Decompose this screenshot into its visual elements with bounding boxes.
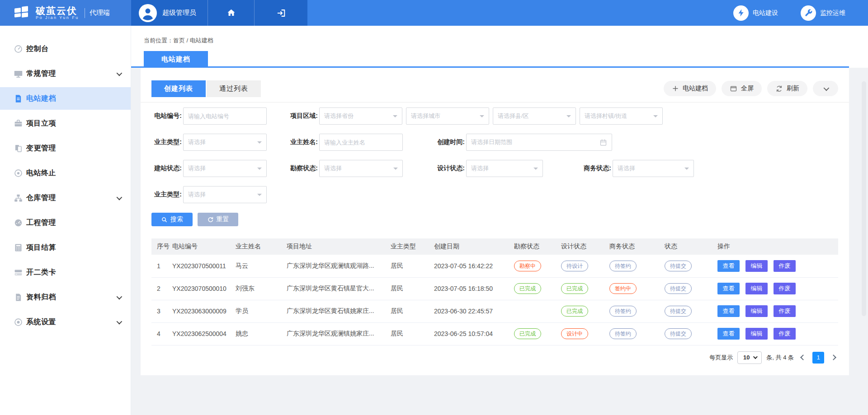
logo-icon <box>13 4 31 22</box>
avatar <box>139 4 157 22</box>
cell-created: 2023-06-25 10:57:04 <box>434 322 514 345</box>
sidebar-item-station-termination[interactable]: 电站终止 <box>0 162 131 184</box>
cell-no: 1 <box>151 255 172 277</box>
sidebar-item-label: 工程管理 <box>26 218 56 228</box>
void-button[interactable]: 作废 <box>774 260 796 272</box>
cell-owner-name: 马云 <box>236 255 287 277</box>
sidebar-item-warehouse-mgmt[interactable]: 仓库管理 <box>0 187 131 209</box>
reset-button[interactable]: 重置 <box>198 213 238 226</box>
cell-owner-name: 学员 <box>236 300 287 322</box>
void-button[interactable]: 作废 <box>774 305 796 317</box>
sidebar-item-document-archive[interactable]: 资料归档 <box>0 286 131 308</box>
sidebar-item-change-mgmt[interactable]: 变更管理 <box>0 137 131 159</box>
view-button[interactable]: 查看 <box>717 328 740 340</box>
status-badge: 待提交 <box>665 261 692 271</box>
sidebar-item-console[interactable]: 控制台 <box>0 37 131 60</box>
sidebar-item-label: 电站终止 <box>26 168 56 178</box>
scrollbar-thumb[interactable] <box>862 81 866 316</box>
table-row: 4 YX2023062500004 姚忠 广东深圳龙华区观澜镇姚家庄... 居民… <box>151 322 838 345</box>
edit-button[interactable]: 编辑 <box>745 283 768 294</box>
caret-down-icon <box>480 115 484 120</box>
top-strip: 当前位置：首页 / 电站建档 电站建档 <box>131 26 868 68</box>
void-button[interactable]: 作废 <box>774 328 796 340</box>
caret-down-icon <box>257 141 262 146</box>
select-placeholder: 请选择省份 <box>324 112 354 120</box>
owner-type-select[interactable]: 请选择 <box>183 134 267 151</box>
toolbar-actions: 电站建档 全屏 <box>664 81 838 97</box>
file-icon <box>14 94 23 103</box>
select-placeholder: 请选择 <box>471 164 489 173</box>
filter-row: 建站状态: 请选择 勘察状态: 请选择 设计状态: 请选择 商务状态: 请选择 <box>151 160 838 177</box>
sidebar-item-project-settlement[interactable]: 项目结算 <box>0 236 131 259</box>
logo-section: 破茧云伏 Po Jian Yun Fu 代理端 <box>0 0 131 26</box>
sidebar-item-type2-card[interactable]: 开二类卡 <box>0 261 131 284</box>
table-row: 2 YX2023070500010 刘强东 广东深圳龙华区黄石镇星官大... 居… <box>151 277 838 300</box>
column-header: 操作 <box>717 238 838 255</box>
tab-passed-list[interactable]: 通过列表 <box>207 80 261 97</box>
status-badge: 待提交 <box>665 283 692 294</box>
sidebar-item-label: 系统设置 <box>26 317 56 327</box>
view-button[interactable]: 查看 <box>717 305 740 317</box>
sidebar-item-system-settings[interactable]: 系统设置 <box>0 311 131 333</box>
province-select[interactable]: 请选择省份 <box>319 107 402 125</box>
per-page-select[interactable]: 10 <box>737 351 762 364</box>
logout-button[interactable] <box>255 0 307 26</box>
nav-station-build[interactable]: 电站建设 <box>733 5 778 21</box>
sidebar-item-label: 仓库管理 <box>26 193 56 203</box>
sidebar-item-project-initiation[interactable]: 项目立项 <box>0 112 131 135</box>
table-row: 1 YX2023070500011 马云 广东深圳龙华区观澜镇观湖路... 居民… <box>151 255 838 277</box>
edit-button[interactable]: 编辑 <box>745 260 768 272</box>
list-toolbar: 创建列表 通过列表 电站建档 全屏 <box>151 80 838 97</box>
edit-button[interactable]: 编辑 <box>745 305 768 317</box>
sidebar-item-engineering-mgmt[interactable]: 工程管理 <box>0 211 131 234</box>
build-status-select[interactable]: 请选择 <box>183 160 267 177</box>
page-tab-station-filing[interactable]: 电站建档 <box>144 51 208 68</box>
home-button[interactable] <box>208 0 254 26</box>
station-table: 序号 电站编号 业主姓名 项目地址 业主类型 创建日期 勘察状态 设计状态 商务… <box>151 238 838 345</box>
owner-name-input[interactable] <box>319 134 403 151</box>
nav-monitor-ops[interactable]: 监控运维 <box>801 5 845 21</box>
design-status-select[interactable]: 请选择 <box>466 160 543 177</box>
void-button[interactable]: 作废 <box>774 283 796 294</box>
cell-created: 2023-07-05 16:18:50 <box>434 277 514 300</box>
edit-button[interactable]: 编辑 <box>745 328 768 340</box>
user-name: 超级管理员 <box>162 9 196 17</box>
business-status-select[interactable]: 请选择 <box>613 160 694 177</box>
logout-icon <box>276 8 286 18</box>
per-page-label: 每页显示 <box>709 354 733 362</box>
county-select[interactable]: 请选择县/区 <box>493 107 576 125</box>
sidebar-item-general-mgmt[interactable]: 常规管理 <box>0 62 131 85</box>
prev-page-button[interactable] <box>800 354 806 360</box>
copy-icon <box>14 144 23 153</box>
station-code-input[interactable] <box>183 107 267 125</box>
date-range-input[interactable]: 请选择日期范围 <box>466 134 612 151</box>
owner-type-select-2[interactable]: 请选择 <box>183 186 267 203</box>
total-label: 条, 共 4 条 <box>766 354 794 362</box>
filter-label: 商务状态: <box>579 164 611 173</box>
column-header: 勘察状态 <box>514 238 561 255</box>
breadcrumb-label: 当前位置： <box>144 37 173 44</box>
page-number-1[interactable]: 1 <box>812 352 824 364</box>
city-select[interactable]: 请选择城市 <box>406 107 489 125</box>
button-label: 全屏 <box>741 84 754 93</box>
survey-status-select[interactable]: 请选择 <box>319 160 403 177</box>
sidebar-item-label: 电站建档 <box>26 94 56 103</box>
gauge-icon <box>14 218 23 228</box>
select-placeholder: 请选择 <box>188 191 206 199</box>
collapse-toolbar-button[interactable] <box>813 81 838 96</box>
fullscreen-button[interactable]: 全屏 <box>722 81 762 96</box>
status-badge: 已完成 <box>561 283 588 294</box>
town-select[interactable]: 请选择村镇/街道 <box>580 107 663 125</box>
search-button[interactable]: 搜索 <box>151 213 193 226</box>
refresh-button[interactable]: 刷新 <box>767 81 807 96</box>
tab-create-list[interactable]: 创建列表 <box>151 80 206 97</box>
column-header: 电站编号 <box>172 238 236 255</box>
create-station-button[interactable]: 电站建档 <box>664 81 716 96</box>
user-block[interactable]: 超级管理员 <box>131 4 208 22</box>
column-header: 设计状态 <box>561 238 609 255</box>
sidebar-item-station-filing[interactable]: 电站建档 <box>0 87 131 110</box>
next-page-button[interactable] <box>830 354 836 360</box>
caret-down-icon <box>393 168 398 172</box>
view-button[interactable]: 查看 <box>717 260 740 272</box>
view-button[interactable]: 查看 <box>717 283 740 294</box>
